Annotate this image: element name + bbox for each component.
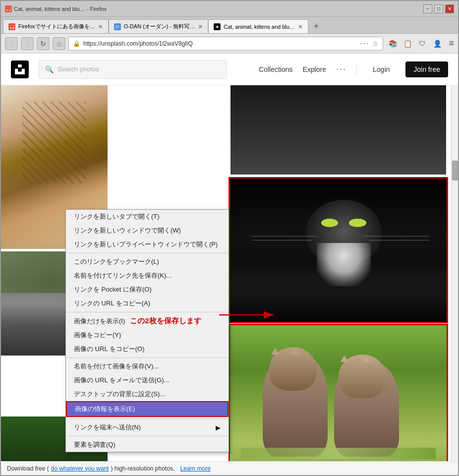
close-button[interactable]: ✕ (445, 4, 454, 13)
bottom-space (176, 465, 178, 472)
toolbar-icon-4[interactable]: 👤 (431, 37, 444, 50)
search-input[interactable]: Search photos (57, 65, 221, 73)
tab1-favicon: 🦊 (5, 5, 12, 12)
forward-button[interactable]: › (21, 37, 34, 50)
ctx-copy-image-url[interactable]: 画像の URL をコピー(O) (66, 342, 229, 356)
search-bar[interactable]: 🔍 Search photos (39, 60, 227, 79)
tab-odan[interactable]: O O-DAN (オーダン) - 無料写… ✕ (109, 19, 209, 33)
toolbar-icon-1[interactable]: 📚 (386, 37, 399, 50)
ctx-save-link[interactable]: 名前を付けてリンク先を保存(K)... (66, 269, 229, 283)
ctx-bookmark[interactable]: このリンクをブックマーク(L) (66, 255, 229, 269)
join-free-button[interactable]: Join free (405, 61, 448, 77)
url-bar[interactable]: 🔒 https://unsplash.com/photos/1l2waV8glI… (68, 37, 383, 51)
ctx-send-device-label: リンクを端末へ送信(N) (74, 423, 141, 432)
browser-menu-button[interactable]: ≡ (449, 38, 454, 49)
title-bar-controls: − □ ✕ (423, 4, 454, 13)
nav-separator (356, 63, 357, 75)
bottom-bar: Download free ( do whatever you want ) h… (1, 461, 458, 475)
ctx-set-background[interactable]: デスクトップの背景に設定(S)... (66, 387, 229, 401)
bottom-text-before: Download free ( (7, 465, 49, 472)
toolbar-icons: 📚 📋 🛡 👤 (386, 37, 444, 50)
bottom-link-learn-more[interactable]: Learn more (180, 465, 211, 472)
home-button[interactable]: ⌂ (53, 37, 65, 50)
ctx-email-image[interactable]: 画像の URL をメールで送信(G)... (66, 373, 229, 387)
tab1-close[interactable]: ✕ (98, 23, 103, 30)
title-bar-text: Cat, animal, kittens and blu… - Firefox (14, 6, 107, 12)
tab2-close[interactable]: ✕ (198, 23, 203, 30)
login-button[interactable]: Login (367, 62, 396, 76)
ctx-sep-1 (66, 253, 229, 253)
annotation-text: この2枚を保存します (130, 316, 201, 326)
ctx-arrow-icon: ▶ (216, 424, 221, 431)
nav-more-dots[interactable]: ··· (336, 64, 346, 74)
right-column (227, 85, 450, 461)
ctx-open-new-tab[interactable]: リンクを新しいタブで開く(T) (66, 210, 229, 224)
reload-button[interactable]: ↻ (37, 37, 50, 50)
ctx-copy-link-url[interactable]: リンクの URL をコピー(A) (66, 297, 229, 310)
browser-window: 🦊 Cat, animal, kittens and blu… - Firefo… (0, 0, 459, 476)
dark-top-photo[interactable] (230, 85, 446, 175)
page-content: 🔍 Search photos Collections Explore ··· … (1, 54, 458, 475)
tab3-favicon-icon: ● (214, 23, 221, 30)
collections-link[interactable]: Collections (259, 65, 292, 73)
ctx-sep-3 (66, 357, 229, 358)
toolbar-icon-2[interactable]: 📋 (401, 37, 414, 50)
two-cats-photo[interactable] (230, 325, 447, 461)
tab1-title: Firefoxでサイトにある画像を… (18, 23, 95, 30)
tab-unsplash[interactable]: ● Cat, animal, kittens and blu… ✕ (208, 19, 308, 33)
ctx-inspect[interactable]: 要素を調査(Q) (66, 438, 229, 452)
ctx-view-image[interactable]: 画像だけを表示(I) この2枚を保存します (66, 314, 229, 328)
tab2-favicon-icon: O (114, 23, 121, 30)
url-text: https://unsplash.com/photos/1l2waV8glIQ (83, 40, 355, 47)
ctx-open-private[interactable]: リンクを新しいプライベートウィンドウで開く(P) (66, 238, 229, 251)
ctx-pocket[interactable]: リンクを Pocket に保存(O) (66, 283, 229, 297)
url-dots: ··· (360, 39, 369, 48)
ctx-save-image[interactable]: 名前を付けて画像を保存(V)... (66, 359, 229, 373)
tab-firefox-article[interactable]: 🦊 Firefoxでサイトにある画像を… ✕ (3, 19, 109, 33)
tab-bar: 🦊 Firefoxでサイトにある画像を… ✕ O O-DAN (オーダン) - … (1, 17, 458, 34)
tab3-close[interactable]: ✕ (298, 23, 303, 30)
ctx-copy-image[interactable]: 画像をコピー(Y) (66, 328, 229, 342)
tab3-title: Cat, animal, kittens and blu… (224, 24, 295, 30)
scrollbar[interactable] (451, 85, 458, 461)
nav-links: Collections Explore ··· Login Join free (259, 61, 448, 77)
back-button[interactable]: ‹ (5, 37, 18, 50)
bookmark-icon[interactable]: ☆ (372, 40, 379, 48)
new-tab-button[interactable]: + (309, 19, 323, 33)
black-cat-photo[interactable] (230, 178, 447, 322)
tab1-favicon-icon: 🦊 (8, 23, 15, 30)
title-bar: 🦊 Cat, animal, kittens and blu… - Firefo… (1, 1, 458, 17)
minimize-button[interactable]: − (423, 4, 432, 13)
maximize-button[interactable]: □ (434, 4, 443, 13)
address-bar: ‹ › ↻ ⌂ 🔒 https://unsplash.com/photos/1l… (1, 34, 458, 54)
context-menu: リンクを新しいタブで開く(T) リンクを新しいウィンドウで開く(W) リンクを新… (65, 209, 229, 452)
ctx-send-device[interactable]: リンクを端末へ送信(N) ▶ (66, 420, 229, 434)
ctx-view-info[interactable]: 画像の情報を表示(E) (66, 401, 229, 417)
lock-icon: 🔒 (73, 40, 80, 47)
main-content: リンクを新しいタブで開く(T) リンクを新しいウィンドウで開く(W) リンクを新… (1, 85, 458, 461)
unsplash-navbar: 🔍 Search photos Collections Explore ··· … (1, 54, 458, 85)
ctx-sep-4 (66, 418, 229, 419)
unsplash-logo[interactable] (11, 60, 29, 78)
ctx-sep-5 (66, 436, 229, 436)
bottom-link-license[interactable]: do whatever you want (51, 465, 109, 472)
bottom-text-after: ) high-resolution photos. (111, 465, 174, 472)
explore-link[interactable]: Explore (303, 65, 326, 73)
scrollbar-thumb[interactable] (452, 161, 458, 180)
ctx-view-image-label: 画像だけを表示(I) (74, 317, 125, 326)
toolbar-icon-3[interactable]: 🛡 (416, 37, 429, 50)
search-icon: 🔍 (45, 65, 54, 73)
ctx-sep-2 (66, 312, 229, 312)
tab2-title: O-DAN (オーダン) - 無料写… (124, 23, 195, 30)
ctx-open-new-window[interactable]: リンクを新しいウィンドウで開く(W) (66, 224, 229, 238)
